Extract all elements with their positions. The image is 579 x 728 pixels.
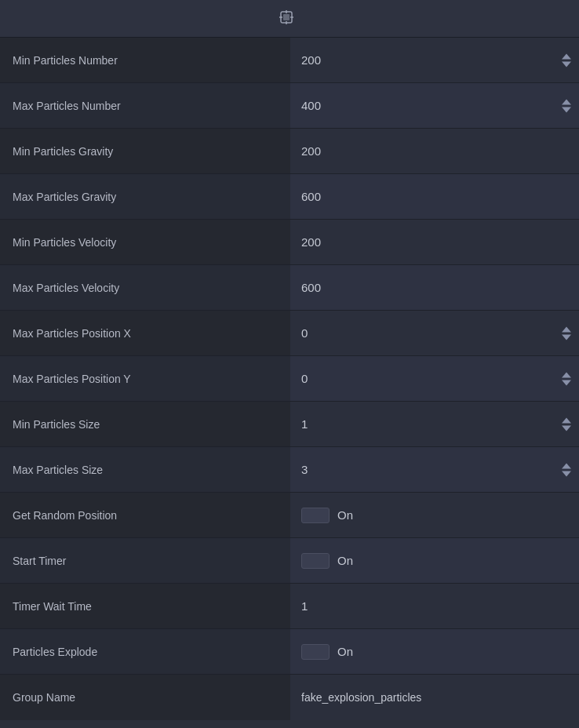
value-max-particles-size[interactable]: 3 — [290, 447, 579, 492]
value-max-particles-gravity: 600 — [290, 174, 579, 219]
value-max-particles-number[interactable]: 400 — [290, 83, 579, 128]
value-min-particles-velocity: 200 — [290, 220, 579, 264]
row-max-particles-number: Max Particles Number400 — [0, 83, 579, 129]
spinner-down-max-particles-number[interactable] — [562, 107, 571, 112]
value-get-random-position[interactable]: On — [290, 493, 579, 537]
value-text-timer-wait-time: 1 — [301, 599, 308, 613]
value-timer-wait-time: 1 — [290, 584, 579, 628]
toggle-get-random-position[interactable] — [301, 508, 330, 523]
row-max-particles-velocity: Max Particles Velocity600 — [0, 265, 579, 311]
toggle-container-start-timer[interactable]: On — [301, 553, 353, 569]
toggle-label-particles-explode: On — [337, 645, 353, 658]
spinner-min-particles-size[interactable] — [562, 417, 571, 431]
value-max-particles-position-y[interactable]: 0 — [290, 356, 579, 401]
spinner-up-max-particles-position-y[interactable] — [562, 372, 571, 377]
row-min-particles-gravity: Min Particles Gravity200 — [0, 129, 579, 174]
spinner-down-max-particles-position-y[interactable] — [562, 380, 571, 385]
spinner-max-particles-size[interactable] — [562, 463, 571, 476]
toggle-particles-explode[interactable] — [301, 644, 330, 660]
toggle-start-timer[interactable] — [301, 553, 330, 569]
label-group-name: Group Name — [0, 675, 290, 720]
svg-rect-1 — [283, 14, 290, 20]
label-particles-explode: Particles Explode — [0, 629, 290, 674]
value-text-group-name: fake_explosion_particles — [301, 691, 421, 704]
row-max-particles-position-x: Max Particles Position X0 — [0, 311, 579, 356]
spinner-up-max-particles-position-x[interactable] — [562, 326, 571, 332]
spinner-down-min-particles-size[interactable] — [562, 425, 571, 431]
row-max-particles-size: Max Particles Size3 — [0, 447, 579, 493]
label-get-random-position: Get Random Position — [0, 493, 290, 537]
value-max-particles-velocity: 600 — [290, 265, 579, 310]
value-text-max-particles-size: 3 — [301, 463, 308, 476]
label-max-particles-number: Max Particles Number — [0, 83, 290, 128]
value-text-max-particles-gravity: 600 — [301, 190, 321, 203]
label-start-timer: Start Timer — [0, 538, 290, 583]
spinner-up-max-particles-number[interactable] — [562, 99, 571, 104]
row-particles-explode: Particles ExplodeOn — [0, 629, 579, 675]
script-icon — [279, 10, 293, 27]
toggle-container-get-random-position[interactable]: On — [301, 508, 353, 523]
panel-header — [0, 0, 579, 38]
value-text-max-particles-position-x: 0 — [301, 326, 308, 340]
label-min-particles-velocity: Min Particles Velocity — [0, 220, 290, 264]
value-particles-explode[interactable]: On — [290, 629, 579, 674]
label-max-particles-position-x: Max Particles Position X — [0, 311, 290, 355]
spinner-down-min-particles-number[interactable] — [562, 61, 571, 67]
spinner-down-max-particles-size[interactable] — [562, 471, 571, 476]
value-group-name: fake_explosion_particles — [290, 675, 579, 720]
spinner-max-particles-position-y[interactable] — [562, 372, 571, 385]
spinner-min-particles-number[interactable] — [562, 53, 571, 67]
row-min-particles-size: Min Particles Size1 — [0, 402, 579, 447]
value-min-particles-number[interactable]: 200 — [290, 38, 579, 82]
row-start-timer: Start TimerOn — [0, 538, 579, 584]
row-min-particles-number: Min Particles Number200 — [0, 38, 579, 83]
spinner-up-max-particles-size[interactable] — [562, 463, 571, 468]
row-get-random-position: Get Random PositionOn — [0, 493, 579, 538]
toggle-label-start-timer: On — [337, 554, 353, 567]
spinner-max-particles-number[interactable] — [562, 99, 571, 112]
value-min-particles-gravity: 200 — [290, 129, 579, 173]
value-text-min-particles-gravity: 200 — [301, 144, 321, 158]
row-max-particles-gravity: Max Particles Gravity600 — [0, 174, 579, 220]
label-max-particles-gravity: Max Particles Gravity — [0, 174, 290, 219]
label-min-particles-gravity: Min Particles Gravity — [0, 129, 290, 173]
value-text-min-particles-velocity: 200 — [301, 235, 321, 249]
row-group-name: Group Namefake_explosion_particles — [0, 675, 579, 720]
label-max-particles-position-y: Max Particles Position Y — [0, 356, 290, 401]
value-text-max-particles-number: 400 — [301, 99, 321, 112]
row-min-particles-velocity: Min Particles Velocity200 — [0, 220, 579, 265]
label-max-particles-velocity: Max Particles Velocity — [0, 265, 290, 310]
spinner-down-max-particles-position-x[interactable] — [562, 334, 571, 340]
value-min-particles-size[interactable]: 1 — [290, 402, 579, 446]
value-text-max-particles-position-y: 0 — [301, 372, 308, 385]
label-max-particles-size: Max Particles Size — [0, 447, 290, 492]
script-variables-panel: Min Particles Number200Max Particles Num… — [0, 0, 579, 720]
label-min-particles-number: Min Particles Number — [0, 38, 290, 82]
value-start-timer[interactable]: On — [290, 538, 579, 583]
label-timer-wait-time: Timer Wait Time — [0, 584, 290, 628]
value-max-particles-position-x[interactable]: 0 — [290, 311, 579, 355]
value-text-min-particles-number: 200 — [301, 53, 321, 67]
row-timer-wait-time: Timer Wait Time1 — [0, 584, 579, 629]
toggle-container-particles-explode[interactable]: On — [301, 644, 353, 660]
spinner-up-min-particles-size[interactable] — [562, 417, 571, 423]
label-min-particles-size: Min Particles Size — [0, 402, 290, 446]
toggle-label-get-random-position: On — [337, 508, 353, 522]
row-max-particles-position-y: Max Particles Position Y0 — [0, 356, 579, 402]
value-text-min-particles-size: 1 — [301, 417, 308, 431]
rows-container: Min Particles Number200Max Particles Num… — [0, 38, 579, 720]
spinner-max-particles-position-x[interactable] — [562, 326, 571, 340]
spinner-up-min-particles-number[interactable] — [562, 53, 571, 59]
value-text-max-particles-velocity: 600 — [301, 281, 321, 294]
